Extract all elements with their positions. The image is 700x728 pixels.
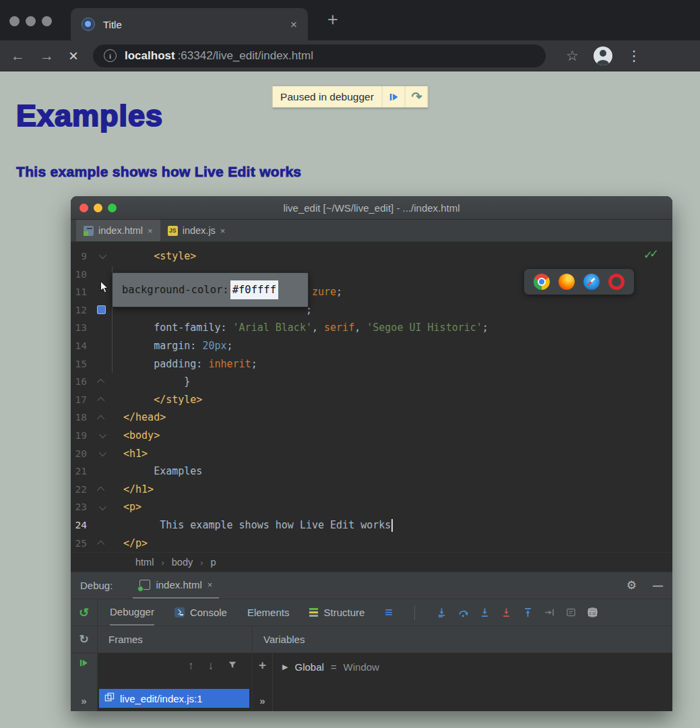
window-close-button[interactable] bbox=[9, 16, 20, 26]
settings-gear-icon[interactable]: ⚙ bbox=[627, 578, 637, 593]
editor-tab-index-html[interactable]: index.html × bbox=[76, 220, 160, 241]
line-number[interactable]: 18 bbox=[71, 408, 87, 427]
back-button[interactable]: ← bbox=[11, 49, 25, 63]
fold-end-icon[interactable] bbox=[97, 541, 104, 548]
browser-tab[interactable]: Title × bbox=[71, 8, 308, 40]
fold-end-icon[interactable] bbox=[97, 415, 104, 422]
fold-gutter[interactable] bbox=[87, 247, 123, 266]
debug-session-tab[interactable]: index.html × bbox=[133, 572, 219, 599]
opera-browser-icon[interactable] bbox=[608, 274, 625, 290]
more-actions-icon[interactable]: » bbox=[81, 695, 86, 706]
line-number[interactable]: 10 bbox=[71, 266, 87, 284]
code-line[interactable]: 15 padding: inherit; bbox=[71, 355, 672, 373]
line-number[interactable]: 20 bbox=[71, 445, 87, 463]
fold-end-icon[interactable] bbox=[97, 397, 104, 404]
fold-end-icon[interactable] bbox=[97, 487, 104, 494]
show-execution-point-icon[interactable] bbox=[437, 607, 447, 617]
editor-tab-index-js[interactable]: JS index.js × bbox=[160, 220, 233, 241]
fold-gutter[interactable] bbox=[87, 535, 123, 553]
fold-gutter[interactable] bbox=[87, 408, 123, 427]
tab-elements[interactable]: Elements bbox=[247, 599, 290, 626]
browser-menu-icon[interactable]: ⋮ bbox=[627, 48, 641, 64]
profile-avatar[interactable] bbox=[594, 47, 612, 65]
ide-minimize-button[interactable] bbox=[94, 204, 102, 212]
refresh-frame-icon[interactable]: ↻ bbox=[79, 632, 88, 646]
window-maximize-button[interactable] bbox=[42, 16, 52, 26]
resume-script-button[interactable] bbox=[382, 86, 405, 107]
line-number[interactable]: 14 bbox=[71, 337, 87, 355]
filter-funnel-icon[interactable] bbox=[228, 659, 237, 673]
fold-gutter[interactable] bbox=[87, 445, 123, 463]
step-over-icon[interactable] bbox=[458, 607, 468, 617]
fold-expanded-icon[interactable] bbox=[99, 251, 106, 259]
fold-gutter[interactable] bbox=[87, 427, 123, 445]
code-line[interactable]: 17 </style> bbox=[71, 391, 672, 409]
line-number[interactable]: 22 bbox=[71, 481, 87, 499]
line-number[interactable]: 24 bbox=[71, 516, 87, 535]
fold-gutter[interactable] bbox=[87, 481, 123, 499]
breadcrumb-item-html[interactable]: html bbox=[135, 557, 154, 568]
line-number[interactable]: 21 bbox=[71, 462, 87, 481]
line-number[interactable]: 15 bbox=[71, 355, 87, 373]
line-number[interactable]: 17 bbox=[71, 391, 87, 409]
run-to-cursor-icon[interactable] bbox=[544, 607, 554, 617]
code-line[interactable]: 22</h1> bbox=[71, 481, 672, 499]
expand-arrow-icon[interactable]: ▶ bbox=[282, 663, 288, 671]
fold-expanded-icon[interactable] bbox=[99, 503, 106, 510]
stack-frame-item[interactable]: live_edit/index.js:1 bbox=[99, 689, 249, 708]
code-editor[interactable]: 9 <style>1011 zure;12 ;13 font-family: '… bbox=[71, 242, 672, 552]
code-line[interactable]: 25</p> bbox=[71, 535, 672, 553]
fold-gutter[interactable] bbox=[87, 391, 123, 409]
code-line[interactable]: 24 This example shows how Live Edit work… bbox=[71, 516, 672, 535]
restore-layout-icon[interactable] bbox=[587, 607, 598, 617]
fold-gutter[interactable] bbox=[87, 373, 123, 391]
step-over-next-call-button[interactable]: ↷ bbox=[405, 86, 428, 107]
code-line[interactable]: 16 } bbox=[71, 373, 672, 391]
previous-frame-icon[interactable]: ↑ bbox=[188, 659, 194, 673]
step-out-icon[interactable] bbox=[523, 607, 533, 617]
code-line[interactable]: 19<body> bbox=[71, 427, 672, 445]
tab-structure[interactable]: Structure bbox=[309, 599, 364, 626]
code-line[interactable]: 13 font-family: 'Arial Black', serif, 'S… bbox=[71, 319, 672, 337]
next-frame-icon[interactable]: ↓ bbox=[208, 659, 214, 673]
rerun-debug-icon[interactable]: ↺ bbox=[79, 605, 89, 620]
fold-expanded-icon[interactable] bbox=[99, 449, 106, 456]
tab-console[interactable]: Console bbox=[174, 599, 227, 626]
safari-browser-icon[interactable] bbox=[583, 274, 600, 290]
tab-close-icon[interactable]: × bbox=[208, 580, 213, 590]
tab-close-icon[interactable]: × bbox=[148, 226, 153, 236]
inspections-widget[interactable]: ✓ ✓ bbox=[644, 244, 667, 260]
fold-expanded-icon[interactable] bbox=[99, 431, 106, 438]
step-into-icon[interactable] bbox=[480, 607, 490, 617]
ide-close-button[interactable] bbox=[79, 204, 88, 212]
breadcrumb-item-p[interactable]: p bbox=[211, 557, 216, 568]
code-line[interactable]: 18</head> bbox=[71, 408, 672, 427]
page-info-icon[interactable]: i bbox=[104, 49, 117, 62]
chrome-browser-icon[interactable] bbox=[534, 274, 550, 290]
line-number[interactable]: 9 bbox=[71, 247, 87, 266]
resume-program-icon[interactable] bbox=[79, 658, 89, 671]
window-minimize-button[interactable] bbox=[26, 16, 36, 26]
code-line[interactable]: 21 Examples bbox=[71, 462, 672, 481]
tab-close-icon[interactable]: × bbox=[220, 226, 226, 236]
fold-end-icon[interactable] bbox=[97, 379, 104, 386]
line-number[interactable]: 25 bbox=[71, 535, 87, 553]
new-tab-button[interactable]: + bbox=[327, 9, 338, 30]
line-number[interactable]: 12 bbox=[71, 301, 87, 320]
breadcrumb-item-body[interactable]: body bbox=[172, 557, 193, 568]
line-number[interactable]: 19 bbox=[71, 427, 87, 445]
line-number[interactable]: 23 bbox=[71, 498, 87, 516]
threads-view-icon[interactable]: ≡ bbox=[385, 599, 393, 626]
code-line[interactable]: 20<h1> bbox=[71, 445, 672, 463]
stop-button[interactable]: × bbox=[69, 48, 78, 64]
line-number[interactable]: 16 bbox=[71, 373, 87, 391]
tab-debugger[interactable]: Debugger bbox=[110, 599, 154, 626]
code-line[interactable]: 9 <style> bbox=[71, 247, 672, 266]
forward-button[interactable]: → bbox=[40, 49, 54, 63]
line-number[interactable]: 11 bbox=[71, 283, 87, 301]
line-number[interactable]: 13 bbox=[71, 319, 87, 337]
address-bar[interactable]: i localhost :63342/live_edit/index.html bbox=[93, 44, 546, 67]
gutter-color-swatch-icon[interactable] bbox=[97, 305, 106, 314]
code-line[interactable]: 23<p> bbox=[71, 498, 672, 516]
force-step-into-icon[interactable] bbox=[501, 607, 511, 617]
